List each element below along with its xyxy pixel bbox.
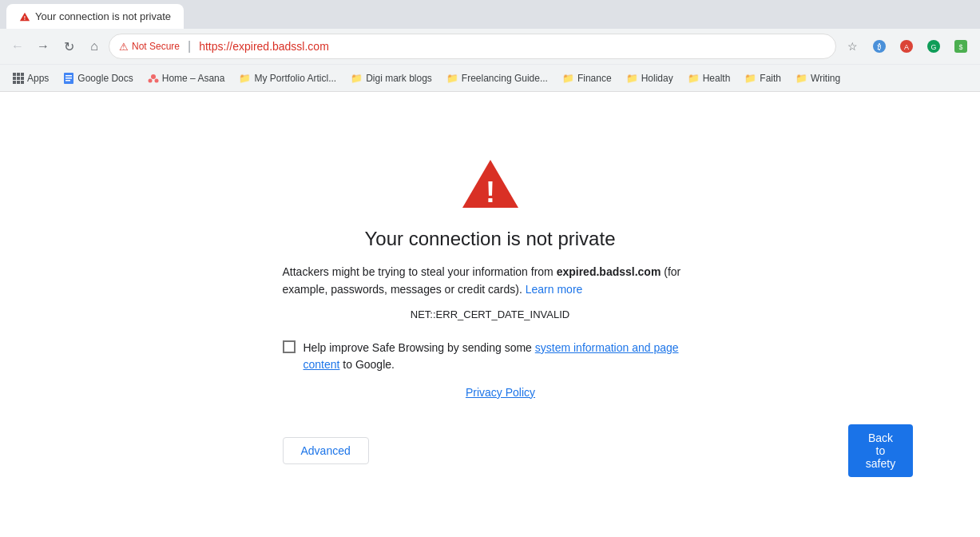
home-button[interactable]: ⌂ [83, 35, 105, 58]
svg-text:G: G [930, 43, 936, 51]
folder-icon5: 📁 [626, 73, 638, 84]
bookmark-holiday-label: Holiday [641, 73, 673, 84]
tab-title: Your connection is not private [35, 10, 171, 22]
bookmark-portfolio[interactable]: 📁 My Portfolio Articl... [232, 70, 343, 87]
tab-favicon: ! [19, 11, 30, 22]
bookmark-finance[interactable]: 📁 Finance [556, 70, 618, 87]
svg-rect-22 [65, 80, 70, 82]
back-button[interactable]: ← [6, 35, 29, 58]
bookmark-home-asana-label: Home – Asana [162, 73, 225, 84]
not-secure-label: Not Secure [132, 41, 180, 52]
reload-button[interactable]: ↻ [58, 35, 80, 58]
svg-text:$: $ [958, 43, 962, 51]
description-prefix: Attackers might be trying to steal your … [283, 265, 557, 278]
page-description: Attackers might be trying to steal your … [283, 263, 698, 299]
bookmark-writing-label: Writing [811, 73, 840, 84]
folder-icon6: 📁 [688, 73, 700, 84]
folder-icon7: 📁 [744, 73, 756, 84]
domain-name: expired.badssl.com [557, 265, 661, 278]
page-title: Your connection is not private [365, 228, 616, 250]
svg-rect-17 [17, 81, 20, 84]
svg-rect-20 [65, 75, 72, 77]
url-display: https://expired.badssl.com [199, 40, 329, 53]
bookmark-google-docs[interactable]: Google Docs [57, 70, 139, 87]
bookmark-google-docs-label: Google Docs [77, 73, 133, 84]
security-warning: ⚠ Not Secure [119, 41, 180, 53]
svg-text:!: ! [24, 15, 26, 21]
bookmark-health[interactable]: 📁 Health [681, 70, 737, 87]
svg-rect-13 [13, 77, 16, 80]
svg-rect-15 [21, 77, 24, 80]
error-code: NET::ERR_CERT_DATE_INVALID [411, 308, 569, 320]
extension-icon1[interactable]: ₿ [867, 34, 892, 59]
bookmark-faith[interactable]: 📁 Faith [738, 70, 788, 87]
asana-icon [148, 73, 159, 84]
bookmarks-bar: Apps Google Docs Home – Asana 📁 My P [0, 64, 980, 91]
apps-button[interactable]: Apps [6, 70, 55, 87]
bookmark-freelancing[interactable]: 📁 Freelancing Guide... [440, 70, 554, 87]
separator: | [188, 39, 191, 54]
browser-chrome: ! Your connection is not private ← → ↻ ⌂… [0, 0, 980, 92]
svg-rect-18 [21, 81, 24, 84]
bookmark-holiday[interactable]: 📁 Holiday [620, 70, 680, 87]
bookmark-icon[interactable]: ☆ [839, 34, 865, 59]
extension-icon4[interactable]: $ [948, 34, 974, 59]
forward-button[interactable]: → [32, 35, 54, 58]
bookmark-digi-mark[interactable]: 📁 Digi mark blogs [344, 70, 438, 87]
warning-triangle-large-icon: ! [458, 156, 522, 212]
tab-bar: ! Your connection is not private [0, 0, 980, 29]
help-section: Help improve Safe Browsing by sending so… [283, 340, 698, 373]
svg-text:A: A [904, 43, 909, 51]
bookmark-home-asana[interactable]: Home – Asana [141, 70, 232, 87]
svg-rect-12 [21, 73, 24, 76]
help-text-suffix: to Google. [339, 358, 395, 371]
safe-browsing-checkbox[interactable] [283, 340, 296, 353]
svg-rect-14 [17, 77, 20, 80]
folder-icon8: 📁 [796, 73, 807, 84]
extension-icon2[interactable]: A [894, 34, 919, 59]
privacy-policy-link[interactable]: Privacy Policy [466, 386, 535, 399]
svg-point-25 [154, 78, 158, 82]
address-bar-row: ← → ↻ ⌂ ⚠ Not Secure | https://expired.b… [0, 29, 980, 64]
bookmark-health-label: Health [703, 73, 731, 84]
apps-grid-icon [13, 73, 24, 84]
bookmark-portfolio-label: My Portfolio Articl... [254, 73, 336, 84]
bookmark-writing[interactable]: 📁 Writing [789, 70, 847, 87]
toolbar-icons: ☆ ₿ A G $ [839, 34, 974, 59]
page-content: ! Your connection is not private Attacke… [0, 92, 980, 537]
address-bar[interactable]: ⚠ Not Secure | https://expired.badssl.co… [109, 34, 836, 59]
buttons-row: Advanced Back to safety [283, 424, 698, 477]
help-text-prefix: Help improve Safe Browsing by sending so… [304, 341, 535, 354]
learn-more-link[interactable]: Learn more [526, 283, 583, 296]
svg-rect-16 [13, 81, 16, 84]
bookmark-finance-label: Finance [577, 73, 612, 84]
back-to-safety-button[interactable]: Back to safety [848, 424, 913, 477]
bookmark-digi-mark-label: Digi mark blogs [366, 73, 432, 84]
bookmark-freelancing-label: Freelancing Guide... [462, 73, 548, 84]
google-docs-icon [63, 73, 74, 84]
svg-text:!: ! [486, 176, 495, 209]
bookmark-faith-label: Faith [760, 73, 781, 84]
advanced-button[interactable]: Advanced [283, 437, 369, 464]
svg-rect-10 [13, 73, 16, 76]
help-text: Help improve Safe Browsing by sending so… [304, 340, 698, 373]
svg-rect-21 [65, 78, 72, 79]
folder-icon2: 📁 [351, 73, 363, 84]
extension-icon3[interactable]: G [921, 34, 946, 59]
apps-label: Apps [27, 73, 49, 84]
active-tab[interactable]: ! Your connection is not private [6, 4, 184, 29]
folder-icon: 📁 [239, 73, 251, 84]
svg-text:₿: ₿ [877, 42, 882, 51]
svg-rect-11 [17, 73, 20, 76]
folder-icon3: 📁 [446, 73, 458, 84]
svg-point-23 [151, 74, 156, 79]
warning-triangle-icon: ⚠ [119, 41, 129, 53]
folder-icon4: 📁 [562, 73, 574, 84]
svg-point-24 [148, 78, 152, 82]
